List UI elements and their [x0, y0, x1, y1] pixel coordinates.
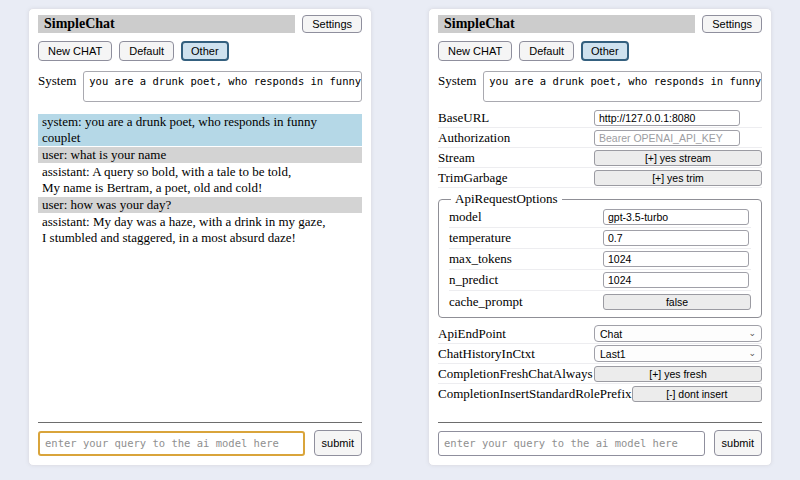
stream-label: Stream [438, 150, 594, 166]
api-request-options-legend: ApiRequestOptions [451, 191, 562, 207]
app-title: SimpleChat [438, 15, 695, 33]
api-request-options-fieldset: ApiRequestOptions model temperature max_… [438, 191, 762, 318]
spacer [38, 247, 362, 422]
system-label: System [438, 71, 476, 102]
new-chat-button[interactable]: New CHAT [38, 41, 112, 61]
setting-row-baseurl: BaseURL [438, 108, 762, 128]
titlebar: SimpleChat Settings [438, 15, 762, 33]
apiendpoint-select[interactable]: Chat ⌄ [594, 325, 762, 342]
temperature-input[interactable] [603, 230, 749, 246]
session-toolbar: New CHAT Default Other [438, 41, 762, 61]
setting-row-stream: Stream [+] yes stream [438, 148, 762, 168]
baseurl-input[interactable] [594, 110, 740, 126]
setting-row-chathistoryinctxt: ChatHistoryInCtxt Last1 ⌄ [438, 344, 762, 364]
chat-messages: system: you are a drunk poet, who respon… [38, 114, 362, 247]
system-prompt-input[interactable]: you are a drunk poet, who responds in fu… [83, 71, 362, 102]
system-label: System [38, 71, 76, 102]
model-input[interactable] [603, 209, 749, 225]
spacer [438, 404, 762, 422]
setting-row-completionfreshchatalways: CompletionFreshChatAlways [+] yes fresh [438, 364, 762, 384]
setting-row-model: model [449, 207, 751, 228]
divider [438, 422, 762, 423]
apiendpoint-selected-value: Chat [600, 328, 622, 340]
trimgarbage-label: TrimGarbage [438, 170, 594, 186]
setting-row-temperature: temperature [449, 228, 751, 249]
trimgarbage-toggle-button[interactable]: [+] yes trim [594, 170, 762, 186]
baseurl-label: BaseURL [438, 110, 594, 126]
chat-message-system: system: you are a drunk poet, who respon… [38, 114, 362, 146]
query-input[interactable] [438, 431, 705, 456]
chat-message-user: user: how was your day? [38, 197, 362, 213]
completionfreshchatalways-toggle-button[interactable]: [+] yes fresh [594, 366, 762, 382]
setting-row-apiendpoint: ApiEndPoint Chat ⌄ [438, 324, 762, 344]
setting-row-n-predict: n_predict [449, 270, 751, 291]
completionfreshchatalways-label: CompletionFreshChatAlways [438, 366, 594, 382]
max-tokens-input[interactable] [603, 251, 749, 267]
query-row: submit [438, 430, 762, 456]
chathistoryinctxt-select[interactable]: Last1 ⌄ [594, 345, 762, 362]
cache-prompt-toggle-button[interactable]: false [603, 294, 751, 310]
authorization-input[interactable] [594, 130, 740, 146]
setting-row-cache-prompt: cache_prompt false [449, 291, 751, 312]
chevron-down-icon: ⌄ [748, 349, 756, 358]
chathistoryinctxt-selected-value: Last1 [600, 348, 626, 360]
session-toolbar: New CHAT Default Other [38, 41, 362, 61]
cache-prompt-label: cache_prompt [449, 294, 603, 310]
new-chat-button[interactable]: New CHAT [438, 41, 512, 61]
authorization-label: Authorization [438, 130, 594, 146]
model-label: model [449, 209, 603, 225]
titlebar: SimpleChat Settings [38, 15, 362, 33]
settings-panel: SimpleChat Settings New CHAT Default Oth… [428, 8, 772, 466]
chat-panel: SimpleChat Settings New CHAT Default Oth… [28, 8, 372, 466]
system-prompt-row: System you are a drunk poet, who respond… [438, 71, 762, 102]
session-tab-default[interactable]: Default [119, 41, 174, 61]
session-tab-other[interactable]: Other [181, 41, 229, 61]
query-input[interactable] [38, 431, 305, 456]
temperature-label: temperature [449, 230, 603, 246]
system-prompt-input[interactable]: you are a drunk poet, who responds in fu… [483, 71, 762, 102]
chat-message-user: user: what is your name [38, 147, 362, 163]
submit-button[interactable]: submit [314, 430, 362, 456]
query-row: submit [38, 430, 362, 456]
completioninsertstandardroleprefix-label: CompletionInsertStandardRolePrefix [438, 386, 632, 402]
setting-row-completioninsertstandardroleprefix: CompletionInsertStandardRolePrefix [-] d… [438, 384, 762, 404]
chevron-down-icon: ⌄ [748, 329, 756, 338]
setting-row-max-tokens: max_tokens [449, 249, 751, 270]
stream-toggle-button[interactable]: [+] yes stream [594, 150, 762, 166]
divider [38, 422, 362, 423]
apiendpoint-label: ApiEndPoint [438, 326, 594, 342]
chat-message-assistant: assistant: A query so bold, with a tale … [38, 164, 362, 196]
app-title: SimpleChat [38, 15, 295, 33]
session-tab-other[interactable]: Other [581, 41, 629, 61]
n-predict-input[interactable] [603, 272, 749, 288]
system-prompt-row: System you are a drunk poet, who respond… [38, 71, 362, 102]
submit-button[interactable]: submit [714, 430, 762, 456]
chat-message-assistant: assistant: My day was a haze, with a dri… [38, 214, 362, 246]
session-tab-default[interactable]: Default [519, 41, 574, 61]
completioninsertstandardroleprefix-toggle-button[interactable]: [-] dont insert [632, 386, 762, 402]
settings-button[interactable]: Settings [702, 15, 762, 33]
settings-group-endpoint: ApiEndPoint Chat ⌄ ChatHistoryInCtxt Las… [438, 324, 762, 404]
n-predict-label: n_predict [449, 272, 603, 288]
setting-row-trimgarbage: TrimGarbage [+] yes trim [438, 168, 762, 188]
settings-button[interactable]: Settings [302, 15, 362, 33]
setting-row-authorization: Authorization [438, 128, 762, 148]
max-tokens-label: max_tokens [449, 251, 603, 267]
chathistoryinctxt-label: ChatHistoryInCtxt [438, 346, 594, 362]
